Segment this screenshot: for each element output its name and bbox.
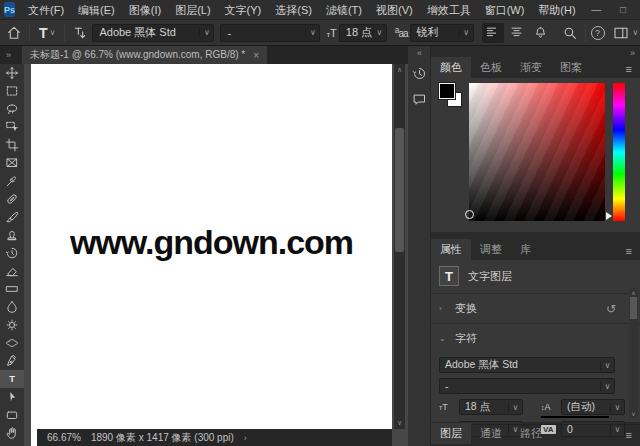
gradient-tool[interactable] <box>0 280 24 298</box>
tab-patterns[interactable]: 图案 <box>551 57 591 78</box>
shape-tool[interactable] <box>0 406 24 424</box>
menu-select[interactable]: 选择(S) <box>268 0 319 20</box>
tab-adjustments[interactable]: 调整 <box>471 239 511 260</box>
path-selection-tool[interactable] <box>0 388 24 406</box>
healing-brush-tool[interactable] <box>0 190 24 208</box>
help-icon[interactable]: ? <box>591 26 605 40</box>
foreground-color-swatch[interactable] <box>439 83 455 99</box>
blur-tool[interactable] <box>0 298 24 316</box>
scrollbar-thumb[interactable] <box>630 297 637 319</box>
vertical-scrollbar[interactable]: ∧ ∨ <box>394 64 405 429</box>
current-tool-chip[interactable]: T ∨ <box>35 25 59 41</box>
eraser-tool[interactable] <box>0 262 24 280</box>
menu-bar: Ps 文件(F)编辑(E)图像(I)图层(L)文字(Y)选择(S)滤镜(T)视图… <box>0 0 640 20</box>
frame-icon <box>5 156 19 170</box>
properties-scrollbar[interactable]: ∧ ∨ <box>629 288 638 418</box>
status-chevron-icon[interactable]: › <box>244 433 247 443</box>
font-style-value: - <box>440 380 600 392</box>
anti-alias-icon: aaa <box>395 25 408 39</box>
frame-tool[interactable] <box>0 154 24 172</box>
close-tab-icon[interactable]: × <box>253 50 259 61</box>
hand-tool[interactable] <box>0 424 24 442</box>
maximize-button[interactable]: □ <box>610 0 637 19</box>
saturation-brightness-field[interactable] <box>469 83 605 221</box>
search-icon[interactable] <box>560 23 580 43</box>
document-title: 未标题-1 @ 66.7% (www.gndown.com, RGB/8) * <box>30 48 245 62</box>
reset-transform-icon[interactable]: ↺ <box>606 302 616 316</box>
history-brush-tool[interactable] <box>0 244 24 262</box>
tab-libraries[interactable]: 库 <box>511 239 540 260</box>
object-selection-tool[interactable] <box>0 118 24 136</box>
tab-color[interactable]: 颜色 <box>431 57 471 78</box>
type-tool[interactable]: T <box>0 370 24 388</box>
menu-view[interactable]: 视图(V) <box>369 0 420 20</box>
lasso-tool[interactable] <box>0 100 24 118</box>
toolbar-expand-icon[interactable]: » <box>0 50 16 60</box>
menu-window[interactable]: 窗口(W) <box>478 0 532 20</box>
menu-filter[interactable]: 滤镜(T) <box>319 0 369 20</box>
separator <box>29 24 30 42</box>
history-panel-button[interactable] <box>408 62 431 84</box>
character-section-header[interactable]: ⌄ 字符 <box>431 324 640 353</box>
move-tool[interactable] <box>0 64 24 82</box>
canvas-text-layer[interactable]: www.gndown.com <box>70 223 353 262</box>
blur-icon <box>5 300 19 314</box>
hue-slider[interactable] <box>613 83 625 221</box>
marquee-icon <box>5 84 19 98</box>
font-family-select[interactable]: Adobe 黑体 Std ∨ <box>92 24 214 42</box>
leading-select[interactable]: (自动) ∨ <box>561 399 625 415</box>
dodge-tool[interactable] <box>0 316 24 334</box>
menu-edit[interactable]: 编辑(E) <box>71 0 122 20</box>
align-center-button[interactable] <box>506 23 528 43</box>
scroll-down-icon[interactable]: ∨ <box>629 410 638 417</box>
tab-gradients[interactable]: 渐变 <box>511 57 551 78</box>
tab-swatches[interactable]: 色板 <box>471 57 511 78</box>
menu-image[interactable]: 图像(I) <box>122 0 168 20</box>
scroll-up-icon[interactable]: ∧ <box>394 66 405 74</box>
color-picker-marker[interactable] <box>465 210 474 219</box>
scrollbar-thumb[interactable] <box>395 128 404 252</box>
font-style-select[interactable]: - ∨ <box>439 378 615 394</box>
clone-stamp-tool[interactable] <box>0 226 24 244</box>
warp-text-button[interactable] <box>530 23 552 43</box>
menu-layer[interactable]: 图层(L) <box>168 0 217 20</box>
font-style-select[interactable]: - ∨ <box>220 24 320 42</box>
dock-collapse-icon[interactable]: » <box>630 48 634 58</box>
sponge-tool[interactable] <box>0 334 24 352</box>
font-size-select[interactable]: 18 点 ∨ <box>459 399 523 415</box>
comment-panel-button[interactable] <box>408 88 431 110</box>
menu-plugins[interactable]: 增效工具 <box>420 0 478 20</box>
anti-alias-select[interactable]: 锐利 ∨ <box>410 24 474 42</box>
scroll-down-icon[interactable]: ∨ <box>394 419 405 427</box>
panel-menu-icon[interactable]: ≡ <box>618 426 640 444</box>
document-tab[interactable]: 未标题-1 @ 66.7% (www.gndown.com, RGB/8) * … <box>22 46 267 64</box>
panel-menu-icon[interactable]: ≡ <box>618 242 640 260</box>
scroll-up-icon[interactable]: ∧ <box>629 289 638 296</box>
minimize-button[interactable]: — <box>583 0 610 19</box>
home-icon[interactable] <box>4 23 24 43</box>
panel-menu-icon[interactable]: ≡ <box>618 60 640 78</box>
tab-paths[interactable]: 路径 <box>511 423 551 444</box>
align-left-button[interactable] <box>482 23 504 43</box>
marquee-tool[interactable] <box>0 82 24 100</box>
eyedropper-tool[interactable] <box>0 172 24 190</box>
text-orientation-icon[interactable] <box>70 23 90 43</box>
menu-file[interactable]: 文件(F) <box>21 0 71 20</box>
workspace-icon[interactable] <box>611 23 631 43</box>
menu-help[interactable]: 帮助(H) <box>531 0 582 20</box>
crop-tool[interactable] <box>0 136 24 154</box>
font-family-select[interactable]: Adobe 黑体 Std ∨ <box>439 357 615 373</box>
tab-layers[interactable]: 图层 <box>431 423 471 444</box>
transform-section-header[interactable]: › 变换 ↺ <box>431 294 640 324</box>
tab-properties[interactable]: 属性 <box>431 239 471 260</box>
brush-tool[interactable] <box>0 208 24 226</box>
strip-collapse-icon[interactable]: « <box>408 46 430 58</box>
close-button[interactable]: ✕ <box>637 0 640 19</box>
tab-channels[interactable]: 通道 <box>471 423 511 444</box>
zoom-level[interactable]: 66.67% <box>47 432 81 443</box>
font-size-select[interactable]: 18 点 ∨ <box>339 24 387 42</box>
menu-type[interactable]: 文字(Y) <box>218 0 269 20</box>
pen-tool[interactable] <box>0 352 24 370</box>
document-canvas[interactable]: www.gndown.com <box>31 64 392 429</box>
hue-slider-marker[interactable] <box>606 212 612 220</box>
